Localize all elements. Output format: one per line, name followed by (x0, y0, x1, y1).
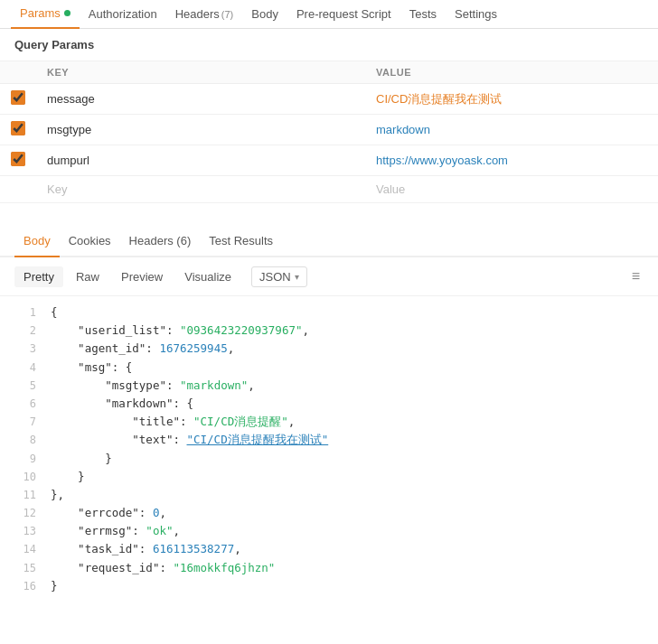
line-content: "errcode": 0, (51, 504, 166, 522)
line-content: "agent_id": 1676259945, (51, 340, 234, 358)
line-content: "task_id": 616113538277, (51, 540, 241, 558)
table-row: msgtypemarkdown (0, 115, 658, 145)
line-content: "markdown": { (51, 395, 193, 413)
code-line: 7 "title": "CI/CD消息提醒", (0, 413, 658, 431)
param-key: msgtype (36, 115, 365, 145)
json-format-select[interactable]: JSON ▾ (251, 266, 307, 287)
code-line: 1{ (0, 303, 658, 322)
line-number: 12 (7, 505, 36, 522)
tab-pre-request[interactable]: Pre-request Script (287, 0, 400, 29)
line-content: } (51, 577, 58, 595)
line-number: 2 (7, 322, 36, 340)
line-number: 10 (7, 469, 36, 486)
col-key: KEY (36, 61, 365, 84)
line-content: "errmsg": "ok", (51, 522, 180, 540)
line-number: 8 (7, 432, 36, 449)
chevron-down-icon: ▾ (295, 272, 299, 282)
row-checkbox[interactable] (11, 121, 25, 135)
param-value: CI/CD消息提醒我在测试 (365, 84, 658, 115)
format-visualize[interactable]: Visualize (175, 266, 240, 287)
line-number: 3 (7, 341, 36, 358)
line-number: 15 (7, 560, 36, 577)
wrap-icon[interactable]: ≡ (628, 265, 644, 288)
code-line: 2 "userid_list": "0936423220937967", (0, 322, 658, 340)
code-line: 9 } (0, 450, 658, 468)
line-content: "text": "CI/CD消息提醒我在测试" (51, 431, 328, 449)
code-line: 10 } (0, 468, 658, 486)
params-dot (64, 10, 70, 16)
table-row: KeyValue (0, 176, 658, 203)
row-checkbox[interactable] (11, 152, 25, 166)
line-number: 14 (7, 541, 36, 558)
code-line: 14 "task_id": 616113538277, (0, 540, 658, 558)
row-checkbox[interactable] (11, 90, 25, 105)
top-tabs: Params Authorization Headers (7) Body Pr… (0, 0, 658, 29)
code-area: 1{2 "userid_list": "0936423220937967",3 … (0, 296, 658, 602)
tab-params[interactable]: Params (11, 0, 80, 29)
query-params-title: Query Params (0, 29, 658, 61)
line-number: 6 (7, 396, 36, 413)
param-value: markdown (365, 115, 658, 145)
line-content: } (51, 450, 112, 468)
param-value[interactable]: Value (365, 176, 658, 203)
format-raw[interactable]: Raw (67, 266, 108, 287)
code-line: 12 "errcode": 0, (0, 504, 658, 522)
line-number: 1 (7, 304, 36, 322)
tab-tests[interactable]: Tests (400, 0, 446, 29)
code-line: 16} (0, 577, 658, 595)
code-line: 15 "request_id": "16mokkfq6jhzn" (0, 559, 658, 577)
line-content: } (51, 468, 85, 486)
tab-test-results[interactable]: Test Results (200, 224, 282, 257)
tab-headers[interactable]: Headers (7) (166, 0, 243, 29)
line-number: 13 (7, 523, 36, 540)
line-number: 9 (7, 451, 36, 468)
line-content: "userid_list": "0936423220937967", (51, 322, 309, 340)
line-number: 4 (7, 359, 36, 377)
param-key: dumpurl (36, 145, 365, 176)
code-line: 5 "msgtype": "markdown", (0, 377, 658, 395)
param-key: message (36, 84, 365, 115)
line-content: }, (51, 486, 64, 504)
bottom-tabs: Body Cookies Headers (6) Test Results (0, 225, 658, 257)
table-row: messageCI/CD消息提醒我在测试 (0, 84, 658, 115)
code-line: 3 "agent_id": 1676259945, (0, 340, 658, 358)
line-content: "msg": { (51, 359, 132, 377)
tab-body[interactable]: Body (242, 0, 287, 29)
line-number: 7 (7, 414, 36, 431)
line-number: 5 (7, 378, 36, 395)
tab-body-result[interactable]: Body (14, 225, 60, 257)
col-checkbox (0, 61, 36, 84)
line-number: 11 (7, 487, 36, 504)
tab-settings[interactable]: Settings (446, 0, 506, 29)
params-table: KEY VALUE messageCI/CD消息提醒我在测试msgtypemar… (0, 61, 658, 203)
format-pretty[interactable]: Pretty (14, 266, 63, 287)
line-content: "request_id": "16mokkfq6jhzn" (51, 559, 275, 577)
code-line: 6 "markdown": { (0, 395, 658, 413)
line-content: "msgtype": "markdown", (51, 377, 255, 395)
col-value: VALUE (365, 61, 658, 84)
format-preview[interactable]: Preview (112, 266, 172, 287)
code-line: 4 "msg": { (0, 359, 658, 377)
code-line: 13 "errmsg": "ok", (0, 522, 658, 540)
format-bar: Pretty Raw Preview Visualize JSON ▾ ≡ (0, 257, 658, 296)
table-row: dumpurlhttps://www.yoyoask.com (0, 145, 658, 176)
line-content: { (51, 303, 58, 322)
param-key[interactable]: Key (36, 176, 365, 203)
tab-headers-result[interactable]: Headers (6) (120, 224, 201, 257)
tab-authorization[interactable]: Authorization (80, 0, 166, 29)
param-value: https://www.yoyoask.com (365, 145, 658, 176)
code-line: 11}, (0, 486, 658, 504)
code-line: 8 "text": "CI/CD消息提醒我在测试" (0, 431, 658, 449)
tab-cookies[interactable]: Cookies (60, 224, 120, 257)
line-content: "title": "CI/CD消息提醒", (51, 413, 295, 431)
line-number: 16 (7, 578, 36, 595)
